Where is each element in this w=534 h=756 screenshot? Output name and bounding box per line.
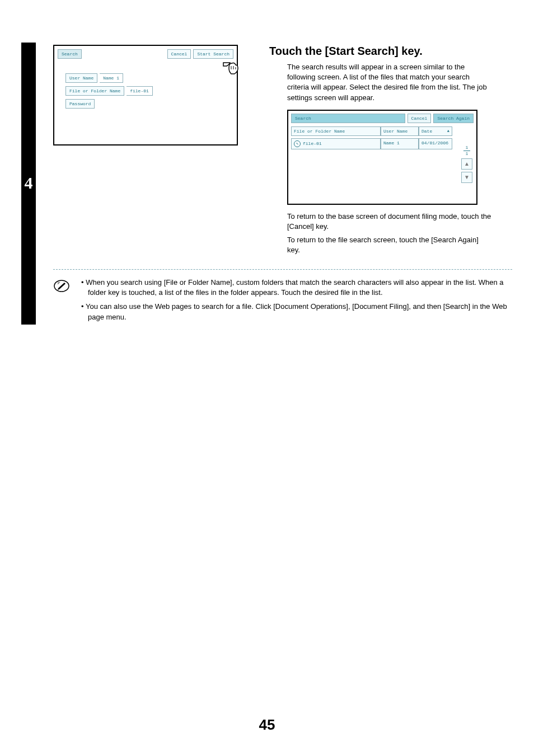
search-panel-title: Search (58, 49, 82, 59)
start-search-button[interactable]: Start Search (193, 49, 233, 59)
step-paragraph-2: To return to the base screen of document… (269, 212, 493, 232)
col-date[interactable]: Date ▲ (419, 126, 452, 136)
step-heading: Touch the [Start Search] key. (269, 45, 493, 58)
results-panel: Search Cancel Search Again File or Folde… (287, 110, 477, 205)
row-file-cell[interactable]: ✎ file-01 (291, 138, 381, 149)
page-number: 45 (0, 716, 534, 734)
paging-control: 1 1 ▲ ▼ (461, 145, 473, 185)
arrow-up-icon: ▲ (464, 161, 470, 167)
page-content: Search Cancel Start Search User Name Nam… (53, 45, 512, 326)
touch-finger-icon (221, 60, 240, 79)
row-user-cell: Name 1 (381, 138, 419, 149)
search-again-button[interactable]: Search Again (433, 114, 474, 123)
col-file-folder[interactable]: File or Folder Name (291, 126, 381, 136)
row-date-cell: 04/01/2006 (419, 138, 452, 149)
note-bullet-2: • You can also use the Web pages to sear… (81, 302, 512, 323)
cancel-button[interactable]: Cancel (167, 49, 191, 59)
note-bullet-1: • When you search using [File or Folder … (81, 278, 512, 299)
dashed-separator (53, 269, 512, 270)
col-user-name[interactable]: User Name (381, 126, 419, 136)
page-up-button[interactable]: ▲ (461, 158, 472, 170)
user-name-value: Name 1 (100, 73, 123, 83)
col-date-label: Date (421, 129, 432, 134)
row-file-value: file-01 (303, 141, 322, 146)
page-current: 1 (466, 145, 469, 150)
search-panel: Search Cancel Start Search User Name Nam… (53, 45, 238, 145)
step-number: 4 (21, 173, 36, 192)
sort-caret-icon: ▲ (447, 129, 449, 133)
document-icon: ✎ (294, 140, 301, 147)
page-down-button[interactable]: ▼ (461, 172, 472, 183)
arrow-down-icon: ▼ (464, 174, 470, 180)
note-icon (53, 278, 70, 294)
file-folder-value: file-01 (127, 86, 153, 96)
results-title: Search (291, 114, 405, 123)
file-folder-name-button[interactable]: File or Folder Name (65, 86, 124, 96)
password-button[interactable]: Password (65, 99, 95, 109)
table-row[interactable]: ✎ file-01 Name 1 04/01/2006 (291, 138, 474, 149)
page-total: 1 (466, 151, 469, 156)
step-paragraph-1: The search results will appear in a scre… (269, 62, 493, 103)
user-name-button[interactable]: User Name (65, 73, 97, 83)
step-paragraph-3: To return to the file search screen, tou… (269, 235, 493, 255)
results-cancel-button[interactable]: Cancel (407, 114, 432, 123)
